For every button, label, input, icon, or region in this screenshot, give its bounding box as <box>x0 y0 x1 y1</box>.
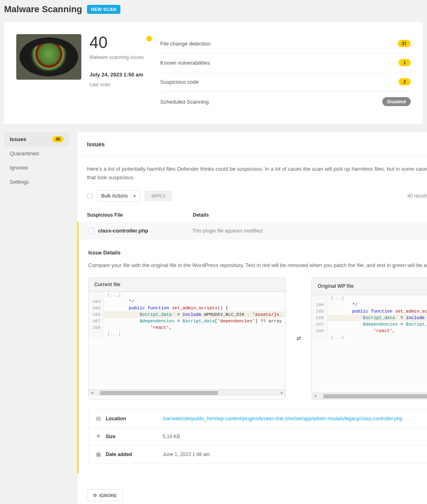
panel-description: Here's a list of potentially harmful fil… <box>87 165 427 182</box>
row-checkbox[interactable] <box>88 228 94 234</box>
h-scrollbar[interactable] <box>89 389 285 396</box>
stat-badge: 2 <box>399 78 411 85</box>
sidebar-badge: 40 <box>52 136 63 142</box>
summary-box: 40 Malware scanning issues July 24, 2023… <box>4 22 423 124</box>
results-count: 40 results <box>407 193 427 199</box>
stat-known-vuln: Known vulnerabilities 1 <box>160 53 411 72</box>
page-title: Malware Scanning <box>4 4 82 15</box>
stat-badge: 37 <box>398 40 411 47</box>
diff-sync-icon: ⇄ <box>294 277 303 400</box>
diff-current-label: Current file <box>94 282 120 287</box>
h-scrollbar[interactable] <box>312 393 427 399</box>
issue-filename: class-controller.php <box>98 228 148 234</box>
code-original[interactable]: (...) 164 */ 165 public function set_adm… <box>312 295 427 393</box>
code-current[interactable]: (...) 164 */ 165 public function set_adm… <box>89 292 285 389</box>
apply-button[interactable]: APPLY <box>144 191 172 201</box>
stat-badge: 1 <box>399 59 411 66</box>
stat-scheduled-scanning: Scheduled Scanning Disabled <box>160 91 411 112</box>
col-details: Details <box>193 212 427 218</box>
site-thumbnail <box>16 34 81 80</box>
meta-location: ▤ Location /var/web/site/public_html/wp-… <box>89 410 427 428</box>
issue-detail-title: Issue Details <box>88 250 427 256</box>
diff-original-panel: Original WP file ☀ ☾ (...) 164 */ 165 <box>312 277 427 400</box>
eye-icon: 👁 <box>96 433 106 439</box>
diff-original-label: Original WP file <box>318 283 353 289</box>
warning-dot-icon <box>146 36 152 41</box>
meta-size: 👁 Size 5.16 KB <box>89 428 427 445</box>
last-scan-label: Last scan <box>89 82 144 87</box>
eye-off-icon: ⊘ <box>93 493 97 498</box>
sidebar-item-issues[interactable]: Issues 40 <box>4 132 69 146</box>
folder-icon: ▤ <box>96 415 106 421</box>
issue-count-label: Malware scanning issues <box>89 54 144 60</box>
ignore-button[interactable]: ⊘IGNORE <box>87 489 123 501</box>
sidebar-item-quarantined[interactable]: Quarantined <box>4 146 69 161</box>
stat-file-change: File change detection 37 <box>160 34 411 53</box>
col-suspicious-file: Suspicious File <box>87 212 193 218</box>
stat-suspicious-code: Suspicious code 2 <box>160 72 411 91</box>
location-link[interactable]: /var/web/site/public_html/wp-content/plu… <box>163 416 427 421</box>
sidebar-item-ignored[interactable]: Ignored <box>4 161 69 175</box>
bulk-actions-select[interactable]: Bulk Actions <box>97 190 140 202</box>
stat-badge-disabled: Disabled <box>382 97 411 106</box>
sidebar-item-settings[interactable]: Settings <box>4 175 69 189</box>
select-all-checkbox[interactable] <box>87 193 93 199</box>
panel-title: Issues <box>87 141 105 148</box>
issue-row[interactable]: class-controller.php This plugin file ap… <box>77 222 427 240</box>
calendar-icon: ▦ <box>96 451 106 457</box>
issue-summary: This plugin file appears modified <box>192 228 262 234</box>
last-scan-time: July 24, 2023 1:50 am <box>89 72 144 78</box>
meta-date: ▦ Date added June 1, 2023 1:48 am <box>89 445 427 463</box>
issue-detail-desc: Compare your file with the original file… <box>88 261 427 269</box>
issue-count: 40 <box>89 34 144 50</box>
diff-current-panel: Current file (...) 164 */ 165 public fun… <box>88 277 285 400</box>
sidebar: Issues 40 Quarantined Ignored Settings <box>4 132 69 504</box>
new-scan-button[interactable]: NEW SCAN <box>87 5 120 14</box>
issue-detail-panel: Issue Details Compare your file with the… <box>77 240 427 474</box>
issues-panel: Issues Type All Here's a list of potenti… <box>77 132 427 504</box>
